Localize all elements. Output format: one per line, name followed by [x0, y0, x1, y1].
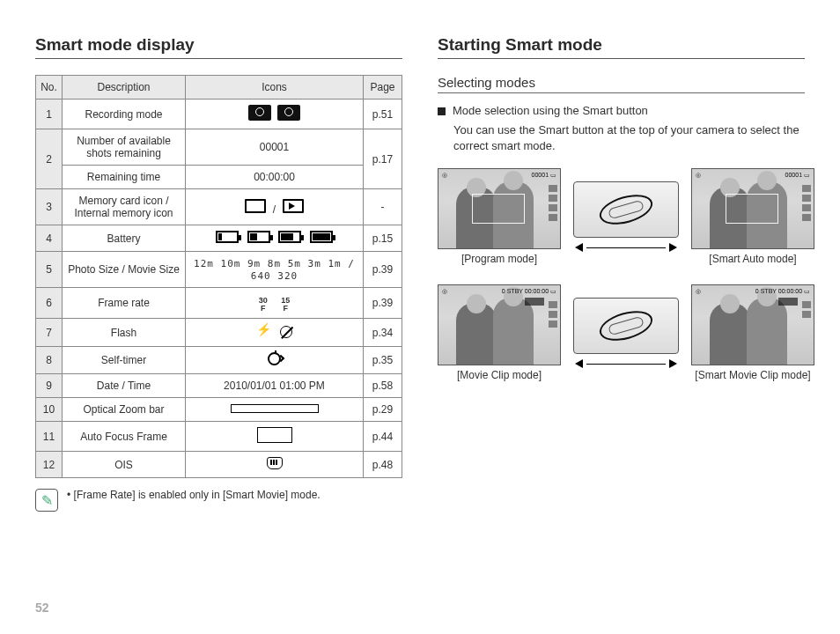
th-no: No.	[36, 76, 63, 100]
cell-desc: Memory card icon / Internal memory icon	[63, 189, 186, 225]
cell-no: 4	[36, 225, 63, 252]
subheading-selecting-modes: Selecting modes	[438, 75, 805, 93]
cell-icons: 12m 10m 9m 8m 5m 3m 1m / 640 320	[186, 252, 364, 288]
cell-desc: Frame rate	[63, 288, 186, 319]
cell-page: p.29	[364, 398, 402, 422]
cell-desc: Number of available shots remaining	[63, 129, 186, 166]
cell-icons	[186, 100, 364, 129]
cell-desc: Recording mode	[63, 100, 186, 129]
cell-no: 12	[36, 452, 63, 478]
heading-starting-smart-mode: Starting Smart mode	[438, 35, 805, 59]
double-arrow-icon	[575, 243, 677, 252]
ois-icon	[267, 457, 283, 469]
bullet-mode-selection: Mode selection using the Smart button	[438, 104, 805, 117]
smart-button-illustration	[573, 181, 679, 238]
cell-no: 8	[36, 347, 63, 374]
self-timer-icon	[268, 352, 281, 365]
table-row: 6 Frame rate 30F 15F p.39	[36, 288, 402, 319]
cell-page: -	[364, 189, 402, 225]
note-row: ✎ • [Frame Rate] is enabled only in [Sma…	[35, 489, 402, 512]
th-page: Page	[364, 76, 402, 100]
cell-page: p.35	[364, 347, 402, 374]
battery-high-icon	[278, 231, 301, 243]
cell-no: 5	[36, 252, 63, 288]
flash-icon	[256, 324, 270, 338]
square-bullet-icon	[438, 107, 446, 115]
th-desc: Description	[63, 76, 186, 100]
cell-icons	[186, 398, 364, 422]
battery-low-icon	[216, 231, 239, 243]
mode-row-1: ◎00001 ▭ [Program mode]	[438, 168, 805, 265]
double-arrow-icon	[575, 359, 677, 368]
zoom-bar-icon	[231, 404, 319, 413]
mode-row-2: ◎0 STBY 00:00:00 ▭ [Movie Clip mode]	[438, 284, 805, 381]
cell-page: p.39	[364, 288, 402, 319]
smart-mode-table: No. Description Icons Page 1 Recording m…	[35, 75, 402, 478]
table-row: 4 Battery p.15	[36, 225, 402, 252]
bullet-text: Mode selection using the Smart button	[453, 104, 648, 117]
table-row: 2 Number of available shots remaining 00…	[36, 129, 402, 166]
table-row: 1 Recording mode p.51	[36, 100, 402, 129]
cell-page: p.51	[364, 100, 402, 129]
framerate-30-icon: 30F	[259, 297, 268, 313]
table-row: 10 Optical Zoom bar p.29	[36, 398, 402, 422]
cell-no: 11	[36, 422, 63, 452]
cell-no: 3	[36, 189, 63, 225]
cell-page: p.15	[364, 225, 402, 252]
table-row: 3 Memory card icon / Internal memory ico…	[36, 189, 402, 225]
cell-no: 9	[36, 374, 63, 398]
cell-desc: Date / Time	[63, 374, 186, 398]
paragraph-smart-button: You can use the Smart button at the top …	[453, 122, 805, 154]
cell-icons	[186, 225, 364, 252]
memory-card-icon	[245, 199, 266, 213]
cell-no: 7	[36, 319, 63, 347]
cell-icons: 00:00:00	[186, 166, 364, 189]
caption-program-mode: [Program mode]	[461, 253, 537, 265]
cell-icons: /	[186, 189, 364, 225]
heading-smart-mode-display: Smart mode display	[35, 35, 402, 59]
thumbnail-program-mode: ◎00001 ▭	[438, 168, 561, 249]
table-row: 8 Self-timer p.35	[36, 347, 402, 374]
cell-desc: Battery	[63, 225, 186, 252]
cell-desc: Remaining time	[63, 166, 186, 189]
cell-page: p.39	[364, 252, 402, 288]
flash-off-icon	[280, 326, 292, 338]
note-text: [Frame Rate] is enabled only in [Smart M…	[74, 489, 321, 501]
bullet-icon: •	[67, 489, 70, 501]
cell-page: p.58	[364, 374, 402, 398]
camera-smart-icon	[248, 105, 271, 121]
page-number: 52	[35, 601, 49, 615]
cell-desc: OIS	[63, 452, 186, 478]
cell-icons: 00001	[186, 129, 364, 166]
cell-icons	[186, 422, 364, 452]
table-row: 7 Flash p.34	[36, 319, 402, 347]
cell-desc: Optical Zoom bar	[63, 398, 186, 422]
caption-smart-auto-mode: [Smart Auto mode]	[709, 253, 796, 265]
caption-smart-movie-clip-mode: [Smart Movie Clip mode]	[695, 369, 810, 381]
framerate-15-icon: 15F	[281, 297, 290, 313]
note-icon: ✎	[35, 489, 58, 512]
cell-page: p.34	[364, 319, 402, 347]
cell-no: 6	[36, 288, 63, 319]
photo-size-icons: 12m 10m 9m 8m 5m 3m 1m / 640 320	[194, 258, 355, 282]
table-row: 9 Date / Time 2010/01/01 01:00 PM p.58	[36, 374, 402, 398]
cell-icons: 2010/01/01 01:00 PM	[186, 374, 364, 398]
table-row: 5 Photo Size / Movie Size 12m 10m 9m 8m …	[36, 252, 402, 288]
table-row: 12 OIS p.48	[36, 452, 402, 478]
thumbnail-smart-auto-mode: ◎00001 ▭	[691, 168, 814, 249]
cell-no: 1	[36, 100, 63, 129]
cell-no: 10	[36, 398, 63, 422]
battery-half-icon	[247, 231, 270, 243]
table-row: Remaining time 00:00:00	[36, 166, 402, 189]
thumbnail-smart-movie-clip-mode: ◎0 STBY 00:00:00 ▭	[691, 284, 814, 365]
cell-desc: Flash	[63, 319, 186, 347]
video-smart-icon	[277, 105, 300, 121]
battery-full-icon	[310, 231, 333, 243]
thumbnail-movie-clip-mode: ◎0 STBY 00:00:00 ▭	[438, 284, 561, 365]
smart-button-illustration	[573, 298, 679, 354]
cell-icons: 30F 15F	[186, 288, 364, 319]
caption-movie-clip-mode: [Movie Clip mode]	[457, 369, 542, 381]
cell-page: p.44	[364, 422, 402, 452]
cell-page: p.48	[364, 452, 402, 478]
cell-page: p.17	[364, 129, 402, 189]
